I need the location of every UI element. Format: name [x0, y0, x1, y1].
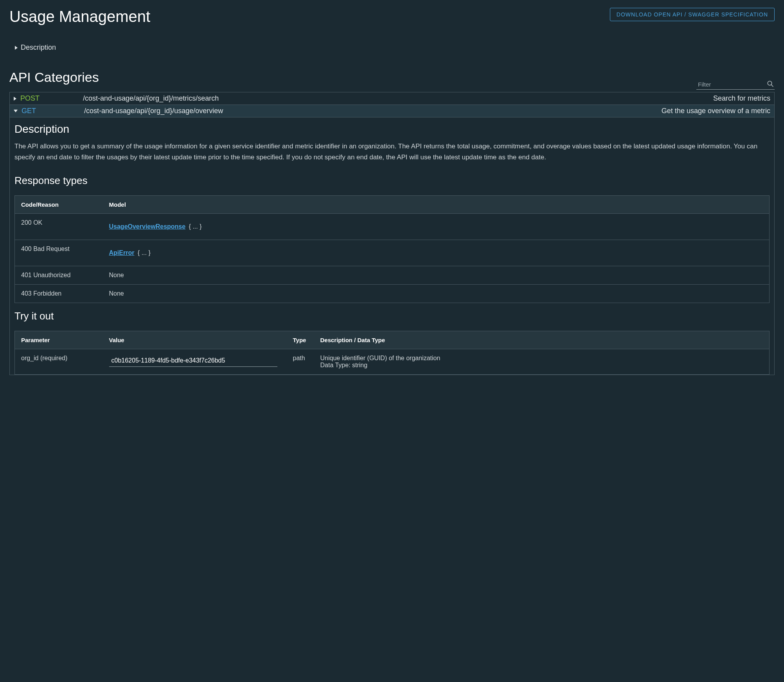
page-title: Usage Management	[9, 8, 150, 25]
param-desc-line: Unique identifier (GUID) of the organiza…	[320, 355, 441, 361]
param-desc-line: Data Type: string	[320, 362, 368, 368]
svg-point-0	[768, 81, 772, 85]
search-icon	[767, 80, 774, 87]
model-braces: { ... }	[138, 249, 151, 256]
endpoint-detail-panel: Description The API allows you to get a …	[9, 117, 775, 375]
table-row: 401 Unauthorized None	[15, 266, 770, 285]
response-types-table: Code/Reason Model 200 OK UsageOverviewRe…	[14, 195, 770, 303]
col-type: Type	[287, 331, 314, 349]
param-description: Unique identifier (GUID) of the organiza…	[314, 349, 770, 375]
model-braces: { ... }	[189, 223, 202, 230]
description-toggle[interactable]: Description	[9, 41, 775, 54]
http-method: GET	[22, 107, 80, 115]
param-name: org_id (required)	[15, 349, 103, 375]
endpoint-row-get-usage-overview[interactable]: GET /cost-and-usage/api/{org_id}/usage/o…	[10, 105, 774, 117]
col-code-reason: Code/Reason	[15, 196, 103, 214]
filter-wrap	[696, 79, 775, 90]
response-model-none: None	[103, 266, 770, 285]
response-model-none: None	[103, 285, 770, 303]
endpoint-summary: Search for metrics	[713, 94, 770, 103]
response-code: 400 Bad Request	[15, 240, 103, 266]
api-categories-heading: API Categories	[9, 70, 99, 85]
svg-line-1	[771, 85, 773, 87]
chevron-down-icon	[14, 110, 18, 112]
endpoint-row-post-metrics-search[interactable]: POST /cost-and-usage/api/{org_id}/metric…	[10, 92, 774, 105]
col-parameter: Parameter	[15, 331, 103, 349]
description-toggle-label: Description	[21, 43, 56, 52]
endpoint-path: /cost-and-usage/api/{org_id}/metrics/sea…	[83, 94, 709, 103]
response-code: 401 Unauthorized	[15, 266, 103, 285]
model-link-apierror[interactable]: ApiError	[109, 249, 135, 256]
response-code: 403 Forbidden	[15, 285, 103, 303]
filter-input[interactable]	[696, 79, 775, 90]
try-it-out-heading: Try it out	[14, 310, 770, 322]
description-text: The API allows you to get a summary of t…	[14, 141, 770, 163]
table-row: 400 Bad Request ApiError { ... }	[15, 240, 770, 266]
model-link-usageoverviewresponse[interactable]: UsageOverviewResponse	[109, 223, 186, 230]
download-openapi-button[interactable]: DOWNLOAD OPEN API / SWAGGER SPECIFICATIO…	[610, 8, 775, 21]
http-method: POST	[20, 94, 79, 103]
endpoints-list: POST /cost-and-usage/api/{org_id}/metric…	[9, 92, 775, 117]
description-heading: Description	[14, 123, 770, 135]
response-types-heading: Response types	[14, 175, 770, 187]
response-code: 200 OK	[15, 214, 103, 240]
try-it-out-table: Parameter Value Type Description / Data …	[14, 331, 770, 375]
chevron-right-icon	[15, 46, 18, 50]
endpoint-summary: Get the usage overview of a metric	[662, 107, 770, 115]
col-description: Description / Data Type	[314, 331, 770, 349]
param-value-input-org-id[interactable]	[109, 355, 277, 367]
chevron-right-icon	[14, 97, 16, 101]
endpoint-path: /cost-and-usage/api/{org_id}/usage/overv…	[84, 107, 658, 115]
col-model: Model	[103, 196, 770, 214]
table-row: 403 Forbidden None	[15, 285, 770, 303]
table-row: 200 OK UsageOverviewResponse { ... }	[15, 214, 770, 240]
param-type: path	[287, 349, 314, 375]
col-value: Value	[103, 331, 287, 349]
table-row: org_id (required) path Unique identifier…	[15, 349, 770, 375]
